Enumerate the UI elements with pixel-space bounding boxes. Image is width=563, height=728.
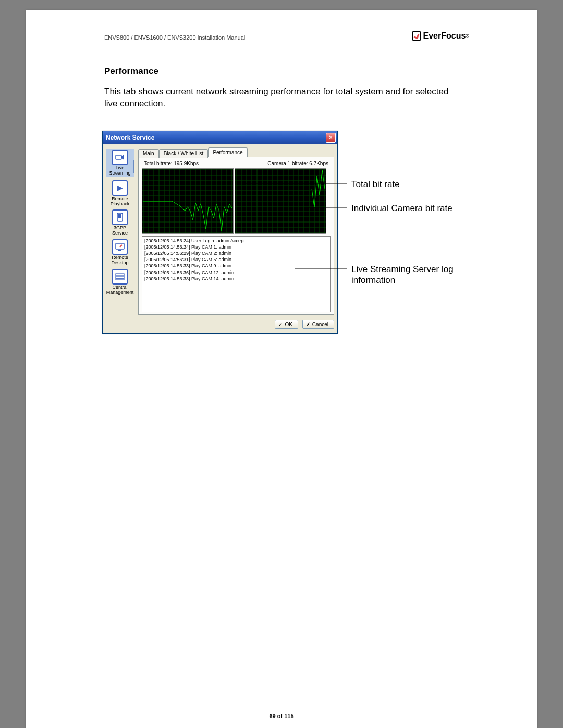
dialog-button-row: ✓ OK ✗ Cancel [103,317,337,333]
total-bitrate-chart [142,168,234,234]
close-icon[interactable]: × [326,133,336,143]
sidebar-item-remote-playback[interactable]: ▶ Remote Playback [106,180,134,207]
svg-rect-3 [116,243,124,249]
figure-container: Network Service × Live Streaming ▶ [102,131,459,334]
document-page: ENVS800 / ENVS1600 / ENVS3200 Installati… [26,10,537,728]
button-label: OK [285,322,292,327]
page-header: ENVS800 / ENVS1600 / ENVS3200 Installati… [26,31,537,45]
tab-label: Performance [213,150,242,155]
chart-canvas [235,169,326,233]
sidebar-item-label: Central Management [106,285,134,295]
desktop-icon [112,239,128,255]
svg-rect-6 [116,279,124,280]
play-icon: ▶ [112,180,128,196]
svg-rect-5 [116,276,124,278]
logo-icon [412,31,421,41]
callout-log-info: Live Streaming Server log information [351,264,466,286]
svg-rect-4 [116,274,124,276]
log-line: [2005/12/05 14:56:31] Play CAM 5: admin [144,256,328,263]
callout-total-bitrate: Total bit rate [351,179,456,190]
sidebar-item-3gpp-service[interactable]: 3GPP Service [106,209,134,236]
dialog-titlebar[interactable]: Network Service × [103,131,337,144]
tab-main[interactable]: Main [138,149,159,158]
svg-rect-0 [116,155,121,159]
phone-icon [112,209,128,225]
dialog-sidebar: Live Streaming ▶ Remote Playback 3GPP Se… [106,147,134,315]
chart-canvas [142,169,233,233]
cancel-button[interactable]: ✗ Cancel [302,320,334,329]
tab-label: Black / White List [164,151,204,156]
log-line: [2005/12/05 14:56:38] Play CAM 14: admin [144,276,328,282]
charts-row [142,168,331,234]
sidebar-item-live-streaming[interactable]: Live Streaming [106,149,134,177]
section-body: This tab shows current network streaming… [104,86,459,110]
log-line: [2005/12/05 14:56:24] Play CAM 1: admin [144,244,328,250]
page-footer: 69 of 115 [26,713,537,719]
tab-black-white-list[interactable]: Black / White List [159,149,209,158]
tab-label: Main [143,151,154,156]
sidebar-item-central-management[interactable]: Central Management [106,269,134,295]
log-line: [2005/12/05 14:56:33] Play CAM 9: admin [144,263,328,269]
tab-strip: Main Black / White List Performance [138,147,334,157]
dialog-main-panel: Main Black / White List Performance Tota… [134,147,334,315]
log-line: [2005/12/05 14:56:24] User Login: admin … [144,238,328,244]
section-title: Performance [104,66,459,77]
svg-rect-2 [118,214,121,218]
log-line: [2005/12/05 14:56:29] Play CAM 2: admin [144,250,328,256]
dialog-title: Network Service [106,134,154,141]
server-icon [112,269,128,285]
page-content: Performance This tab shows current netwo… [26,66,537,334]
sidebar-item-label: 3GPP Service [106,226,134,236]
sidebar-item-label: Live Streaming [108,166,131,176]
tab-page-performance: Total bitrate: 195.9Kbps Camera 1 bitrat… [138,157,334,315]
network-service-dialog: Network Service × Live Streaming ▶ [102,131,338,334]
camera-bitrate-chart [235,168,326,234]
brand-logo: EverFocus® [412,31,469,41]
registered-mark: ® [466,33,469,39]
ok-button[interactable]: ✓ OK [275,320,298,329]
dialog-body: Live Streaming ▶ Remote Playback 3GPP Se… [103,144,337,317]
bitrate-labels: Total bitrate: 195.9Kbps Camera 1 bitrat… [142,161,331,168]
log-box[interactable]: [2005/12/05 14:56:24] User Login: admin … [142,236,331,312]
check-icon: ✓ [278,322,283,327]
sidebar-item-remote-desktop[interactable]: Remote Desktop [106,239,134,266]
doc-title: ENVS800 / ENVS1600 / ENVS3200 Installati… [104,34,245,41]
camera-icon [112,150,128,165]
brand-name: EverFocus [423,31,466,41]
sidebar-item-label: Remote Desktop [106,255,134,266]
camera-bitrate-label: Camera 1 bitrate: 6.7Kbps [267,161,328,166]
log-line: [2005/12/05 14:56:36] Play CAM 12: admin [144,269,328,276]
callout-individual-camera-bitrate: Individual Camera bit rate [351,203,456,214]
tab-performance[interactable]: Performance [208,147,247,157]
total-bitrate-label: Total bitrate: 195.9Kbps [144,161,199,166]
sidebar-item-label: Remote Playback [106,196,134,207]
x-icon: ✗ [306,322,310,327]
button-label: Cancel [312,322,328,327]
